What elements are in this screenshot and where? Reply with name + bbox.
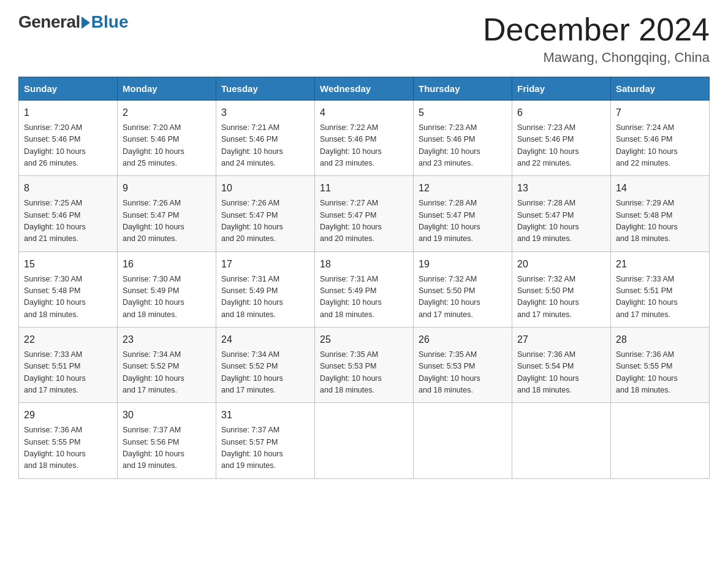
calendar-week-2: 8 Sunrise: 7:25 AMSunset: 5:46 PMDayligh… (19, 176, 710, 251)
day-number: 12 (419, 181, 507, 196)
calendar-cell (512, 403, 611, 478)
calendar-week-4: 22 Sunrise: 7:33 AMSunset: 5:51 PMDaylig… (19, 327, 710, 403)
day-number: 20 (517, 257, 605, 272)
col-thursday: Thursday (414, 77, 512, 101)
day-number: 10 (221, 181, 309, 196)
calendar-cell: 10 Sunrise: 7:26 AMSunset: 5:47 PMDaylig… (216, 176, 315, 251)
col-tuesday: Tuesday (216, 77, 315, 101)
calendar-cell: 28 Sunrise: 7:36 AMSunset: 5:55 PMDaylig… (611, 327, 710, 403)
day-number: 30 (123, 408, 211, 423)
day-number: 27 (517, 332, 605, 348)
day-info: Sunrise: 7:24 AMSunset: 5:46 PMDaylight:… (616, 123, 678, 167)
col-monday: Monday (118, 77, 216, 101)
calendar-cell: 7 Sunrise: 7:24 AMSunset: 5:46 PMDayligh… (611, 101, 710, 176)
calendar-cell: 22 Sunrise: 7:33 AMSunset: 5:51 PMDaylig… (19, 327, 118, 403)
day-info: Sunrise: 7:30 AMSunset: 5:49 PMDaylight:… (123, 275, 184, 319)
calendar-cell: 31 Sunrise: 7:37 AMSunset: 5:57 PMDaylig… (216, 403, 315, 478)
logo-general-text: General (18, 12, 80, 32)
calendar-cell: 29 Sunrise: 7:36 AMSunset: 5:55 PMDaylig… (19, 403, 118, 478)
day-number: 21 (616, 257, 704, 272)
day-info: Sunrise: 7:25 AMSunset: 5:46 PMDaylight:… (24, 199, 86, 243)
calendar-week-1: 1 Sunrise: 7:20 AMSunset: 5:46 PMDayligh… (19, 101, 710, 176)
day-number: 28 (616, 332, 704, 348)
day-info: Sunrise: 7:31 AMSunset: 5:49 PMDaylight:… (221, 275, 283, 319)
day-number: 3 (221, 105, 309, 121)
day-info: Sunrise: 7:22 AMSunset: 5:46 PMDaylight:… (320, 123, 382, 167)
header-row: Sunday Monday Tuesday Wednesday Thursday… (19, 77, 710, 101)
day-info: Sunrise: 7:37 AMSunset: 5:57 PMDaylight:… (221, 426, 283, 470)
day-info: Sunrise: 7:33 AMSunset: 5:51 PMDaylight:… (616, 275, 678, 319)
day-info: Sunrise: 7:32 AMSunset: 5:50 PMDaylight:… (419, 275, 480, 319)
page-header: General Blue December 2024 Mawang, Chong… (18, 12, 710, 66)
calendar-cell: 3 Sunrise: 7:21 AMSunset: 5:46 PMDayligh… (216, 101, 315, 176)
calendar-cell: 8 Sunrise: 7:25 AMSunset: 5:46 PMDayligh… (19, 176, 118, 251)
day-info: Sunrise: 7:35 AMSunset: 5:53 PMDaylight:… (320, 350, 382, 394)
day-info: Sunrise: 7:32 AMSunset: 5:50 PMDaylight:… (517, 275, 579, 319)
day-info: Sunrise: 7:23 AMSunset: 5:46 PMDaylight:… (419, 123, 480, 167)
col-wednesday: Wednesday (315, 77, 414, 101)
col-friday: Friday (512, 77, 611, 101)
calendar-cell: 19 Sunrise: 7:32 AMSunset: 5:50 PMDaylig… (414, 251, 512, 327)
calendar-cell: 30 Sunrise: 7:37 AMSunset: 5:56 PMDaylig… (118, 403, 216, 478)
day-info: Sunrise: 7:21 AMSunset: 5:46 PMDaylight:… (221, 123, 283, 167)
day-number: 15 (24, 257, 112, 272)
calendar-cell (414, 403, 512, 478)
day-number: 19 (419, 257, 507, 272)
logo-blue-text: Blue (91, 12, 129, 32)
col-sunday: Sunday (19, 77, 118, 101)
day-info: Sunrise: 7:30 AMSunset: 5:48 PMDaylight:… (24, 275, 86, 319)
calendar-week-3: 15 Sunrise: 7:30 AMSunset: 5:48 PMDaylig… (19, 251, 710, 327)
day-number: 6 (517, 105, 605, 121)
day-info: Sunrise: 7:26 AMSunset: 5:47 PMDaylight:… (123, 199, 184, 243)
calendar-cell: 13 Sunrise: 7:28 AMSunset: 5:47 PMDaylig… (512, 176, 611, 251)
day-info: Sunrise: 7:28 AMSunset: 5:47 PMDaylight:… (419, 199, 480, 243)
day-info: Sunrise: 7:36 AMSunset: 5:54 PMDaylight:… (517, 350, 579, 394)
calendar-cell (315, 403, 414, 478)
day-info: Sunrise: 7:29 AMSunset: 5:48 PMDaylight:… (616, 199, 678, 243)
day-info: Sunrise: 7:28 AMSunset: 5:47 PMDaylight:… (517, 199, 579, 243)
day-number: 18 (320, 257, 408, 272)
day-number: 14 (616, 181, 704, 196)
calendar-cell: 16 Sunrise: 7:30 AMSunset: 5:49 PMDaylig… (118, 251, 216, 327)
logo: General Blue (18, 12, 128, 32)
calendar-cell: 2 Sunrise: 7:20 AMSunset: 5:46 PMDayligh… (118, 101, 216, 176)
title-block: December 2024 Mawang, Chongqing, China (483, 12, 710, 66)
day-info: Sunrise: 7:34 AMSunset: 5:52 PMDaylight:… (221, 350, 283, 394)
calendar-cell: 24 Sunrise: 7:34 AMSunset: 5:52 PMDaylig… (216, 327, 315, 403)
day-number: 24 (221, 332, 309, 348)
calendar-cell: 5 Sunrise: 7:23 AMSunset: 5:46 PMDayligh… (414, 101, 512, 176)
calendar-week-5: 29 Sunrise: 7:36 AMSunset: 5:55 PMDaylig… (19, 403, 710, 478)
calendar-cell: 9 Sunrise: 7:26 AMSunset: 5:47 PMDayligh… (118, 176, 216, 251)
day-info: Sunrise: 7:23 AMSunset: 5:46 PMDaylight:… (517, 123, 579, 167)
day-number: 1 (24, 105, 112, 121)
day-number: 11 (320, 181, 408, 196)
day-number: 2 (123, 105, 211, 121)
day-number: 26 (419, 332, 507, 348)
calendar-table: Sunday Monday Tuesday Wednesday Thursday… (18, 77, 710, 478)
calendar-cell: 21 Sunrise: 7:33 AMSunset: 5:51 PMDaylig… (611, 251, 710, 327)
day-info: Sunrise: 7:31 AMSunset: 5:49 PMDaylight:… (320, 275, 382, 319)
day-number: 25 (320, 332, 408, 348)
day-number: 22 (24, 332, 112, 348)
day-number: 31 (221, 408, 309, 423)
calendar-cell: 17 Sunrise: 7:31 AMSunset: 5:49 PMDaylig… (216, 251, 315, 327)
calendar-cell: 12 Sunrise: 7:28 AMSunset: 5:47 PMDaylig… (414, 176, 512, 251)
day-number: 5 (419, 105, 507, 121)
day-number: 13 (517, 181, 605, 196)
day-info: Sunrise: 7:20 AMSunset: 5:46 PMDaylight:… (24, 123, 86, 167)
day-info: Sunrise: 7:35 AMSunset: 5:53 PMDaylight:… (419, 350, 480, 394)
day-number: 4 (320, 105, 408, 121)
calendar-cell: 14 Sunrise: 7:29 AMSunset: 5:48 PMDaylig… (611, 176, 710, 251)
day-number: 8 (24, 181, 112, 196)
day-number: 9 (123, 181, 211, 196)
logo-arrow-icon (82, 17, 90, 29)
calendar-cell: 15 Sunrise: 7:30 AMSunset: 5:48 PMDaylig… (19, 251, 118, 327)
day-info: Sunrise: 7:33 AMSunset: 5:51 PMDaylight:… (24, 350, 86, 394)
calendar-body: 1 Sunrise: 7:20 AMSunset: 5:46 PMDayligh… (19, 101, 710, 478)
calendar-cell: 23 Sunrise: 7:34 AMSunset: 5:52 PMDaylig… (118, 327, 216, 403)
day-number: 16 (123, 257, 211, 272)
day-number: 7 (616, 105, 704, 121)
day-info: Sunrise: 7:36 AMSunset: 5:55 PMDaylight:… (24, 426, 86, 470)
calendar-cell: 20 Sunrise: 7:32 AMSunset: 5:50 PMDaylig… (512, 251, 611, 327)
day-info: Sunrise: 7:34 AMSunset: 5:52 PMDaylight:… (123, 350, 184, 394)
